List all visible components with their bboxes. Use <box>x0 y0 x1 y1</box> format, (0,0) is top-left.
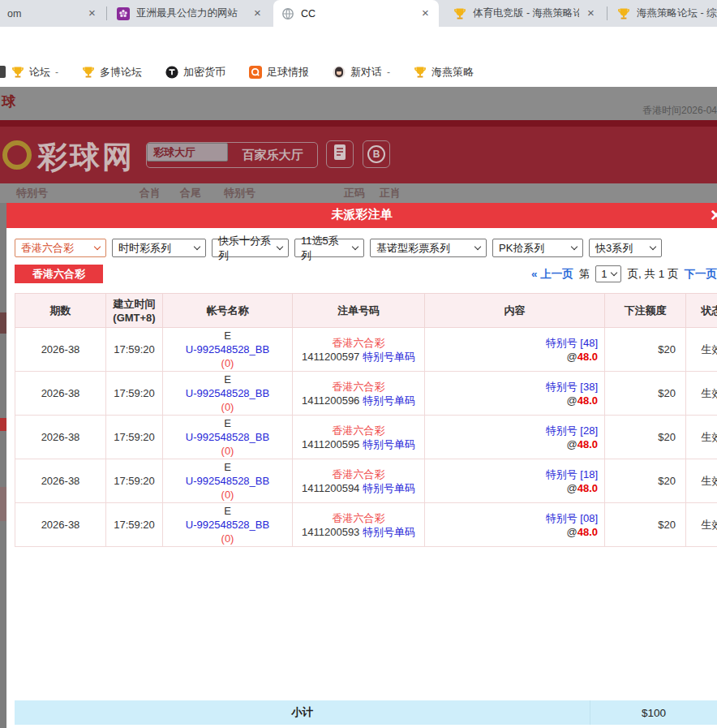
bookmark-label: 加密货币 <box>183 65 225 80</box>
tab-close-icon[interactable]: × <box>251 6 264 20</box>
hall-switcher: 彩球大厅 百家乐大厅 <box>146 142 318 168</box>
bg-header: 正码 <box>344 186 365 200</box>
tab-title: 体育电竞版 - 海燕策略论坛 <box>473 6 579 20</box>
browser-tab-4[interactable]: 体育电竞版 - 海燕策略论坛 × <box>445 0 604 27</box>
subtotal-bar: 小计 $100 <box>15 700 717 725</box>
bookmark-label: 论坛 <box>29 65 50 80</box>
bookmark-label: 多博论坛 <box>100 65 142 80</box>
site-header: 彩球网 彩球大厅 百家乐大厅 B <box>0 127 717 183</box>
account-link[interactable]: U-992548528_BB <box>186 519 269 531</box>
content-link[interactable]: 特别号 [48] <box>546 337 598 349</box>
bet-detail-link[interactable]: 特别号单码 <box>363 438 415 450</box>
tab-close-icon[interactable]: × <box>419 6 432 20</box>
browser-tab-2[interactable]: 亚洲最具公信力的网站 × <box>109 0 271 27</box>
cell-amount: $20 <box>605 416 686 459</box>
trophy-favicon-icon <box>617 7 630 20</box>
report-button[interactable] <box>326 140 354 168</box>
filter-select-ssc-series[interactable]: 时时彩系列 <box>112 239 206 257</box>
hongkong-time-label: 香港时间2026-04 <box>642 104 717 118</box>
tab-title: om <box>7 8 80 19</box>
tab-separator <box>607 6 608 20</box>
browser-tab-5[interactable]: 海燕策略论坛 - 综合 <box>609 0 717 27</box>
filter-select-pk10-series[interactable]: PK拾系列 <box>492 239 583 257</box>
cell-bet-number: 香港六合彩 1411200596 特别号单码 <box>293 372 425 416</box>
cell-status: 生效 <box>686 372 717 416</box>
document-icon <box>333 144 347 165</box>
bg-header: 正肖 <box>380 186 401 200</box>
filter-select-klsf-series[interactable]: 快乐十分系列 <box>212 239 289 257</box>
browser-tab-active[interactable]: CC × <box>273 0 439 27</box>
bg-header: 特别号 <box>224 186 255 200</box>
prev-page-link[interactable]: « 上一页 <box>531 267 573 282</box>
tab-title: 亚洲最具公信力的网站 <box>136 6 246 20</box>
bookmark-suffix: - <box>55 67 58 78</box>
close-icon[interactable]: × <box>711 204 717 226</box>
page-number-value: 1 <box>601 268 607 280</box>
select-value: 时时彩系列 <box>118 241 171 256</box>
hk-mark-six-tab-button[interactable]: 香港六合彩 <box>15 265 103 283</box>
cell-time: 17:59:20 <box>106 416 163 459</box>
account-link[interactable]: U-992548528_BB <box>186 475 269 487</box>
browser-tab-1[interactable]: om × <box>0 0 105 27</box>
content-link[interactable]: 特别号 [28] <box>546 424 598 437</box>
bg-header: 合肖 <box>140 186 161 200</box>
cell-account: E U-992548528_BB (0) <box>163 416 293 459</box>
col-period: 期数 <box>15 294 106 328</box>
pagination: « 上一页 第 1 页, 共 1 页 下一页 <box>531 265 717 282</box>
trophy-favicon-icon <box>453 7 466 20</box>
filter-select-hk-mark-six[interactable]: 香港六合彩 <box>15 239 106 257</box>
tab-title: 海燕策略论坛 - 综合 <box>637 6 717 20</box>
account-link[interactable]: U-992548528_BB <box>186 387 269 399</box>
cell-content: 特别号 [48] @48.0 <box>425 328 605 372</box>
bookmark-suffix: - <box>387 67 390 78</box>
filter-select-k3-series[interactable]: 快3系列 <box>589 239 662 257</box>
select-value: PK拾系列 <box>499 241 544 256</box>
globe-favicon-icon <box>281 7 294 20</box>
content-link[interactable]: 特别号 [38] <box>546 381 598 393</box>
bet-detail-link[interactable]: 特别号单码 <box>363 526 415 538</box>
bookmark-crypto[interactable]: 加密货币 <box>165 65 225 80</box>
cell-amount: $20 <box>605 459 686 503</box>
bookmarks-bar: 论坛 - 多博论坛 加密货币 足球情报 新对话 - <box>0 62 717 83</box>
bookmark-duobo-forum[interactable]: 多博论坛 <box>82 65 142 80</box>
tab-close-icon[interactable]: × <box>85 6 99 20</box>
page-count-label: 页, 共 1 页 <box>627 267 678 282</box>
bookmark-forum[interactable]: 论坛 - <box>11 65 58 80</box>
col-amount: 下注额度 <box>605 294 686 328</box>
bet-detail-link[interactable]: 特别号单码 <box>363 351 415 363</box>
baccarat-hall-button[interactable]: 百家乐大厅 <box>228 143 317 167</box>
filter-select-keno-series[interactable]: 基诺型彩票系列 <box>370 239 487 257</box>
ball-button[interactable]: B <box>363 140 390 168</box>
account-link[interactable]: U-992548528_BB <box>186 431 269 443</box>
account-link[interactable]: U-992548528_BB <box>186 343 269 355</box>
page-number-select[interactable]: 1 <box>595 265 621 282</box>
content-link[interactable]: 特别号 [08] <box>546 512 598 524</box>
logo-ring-icon <box>1 139 33 174</box>
bookmark-label: 足球情报 <box>267 65 309 80</box>
bet-detail-link[interactable]: 特别号单码 <box>363 482 415 494</box>
bookmark-football-intel[interactable]: 足球情报 <box>249 65 309 80</box>
lottery-hall-button[interactable]: 彩球大厅 <box>147 143 228 162</box>
side-text: 球 <box>2 93 15 111</box>
black-t-icon <box>165 66 178 79</box>
bookmark-haiyan-strategy[interactable]: 海燕策略 <box>414 65 474 80</box>
bookmark-new-chat[interactable]: 新对话 - <box>333 65 390 80</box>
cell-period: 2026-38 <box>15 416 106 459</box>
content-link[interactable]: 特别号 [18] <box>546 468 598 480</box>
chevron-down-icon <box>352 243 358 250</box>
cell-period: 2026-38 <box>15 372 106 416</box>
table-header-row: 期数 建立时间 (GMT+8) 帐号名称 注单号码 内容 下注额度 状态 <box>15 294 717 328</box>
select-value: 基诺型彩票系列 <box>376 241 450 256</box>
unpaid-bets-table: 期数 建立时间 (GMT+8) 帐号名称 注单号码 内容 下注额度 状态 202… <box>15 293 717 547</box>
cell-period: 2026-38 <box>15 328 106 372</box>
bg-header: 合尾 <box>180 186 201 200</box>
cell-status: 生效 <box>686 328 717 372</box>
filter-select-11x5-series[interactable]: 11选5系列 <box>294 239 364 257</box>
bookmark-label: 海燕策略 <box>431 65 474 80</box>
clipped-bookmark-icon[interactable] <box>0 66 6 78</box>
col-content: 内容 <box>425 294 605 328</box>
bet-detail-link[interactable]: 特别号单码 <box>363 394 415 407</box>
next-page-link[interactable]: 下一页 <box>685 267 717 282</box>
tab-close-icon[interactable]: × <box>584 6 598 20</box>
cell-bet-number: 香港六合彩 1411200594 特别号单码 <box>293 459 425 503</box>
